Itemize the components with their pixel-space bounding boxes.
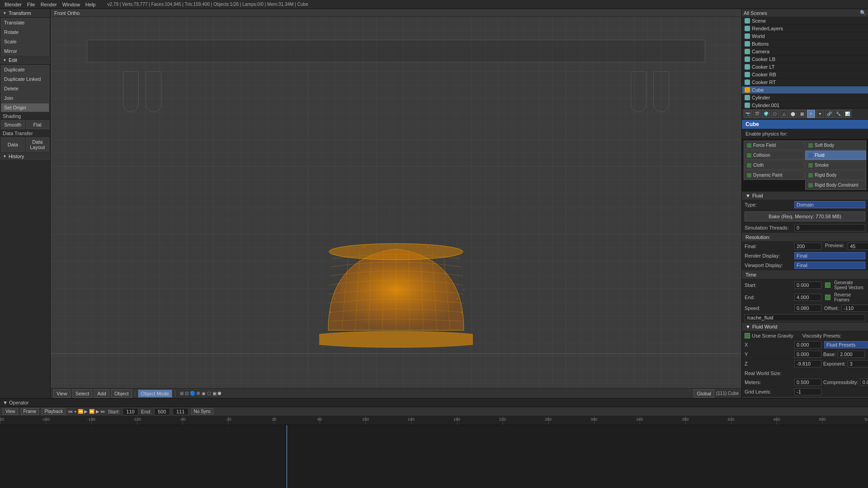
menu-window[interactable]: Window	[60, 2, 83, 7]
x-input[interactable]	[794, 341, 821, 348]
view-btn[interactable]: View	[53, 389, 71, 398]
timeline-content[interactable]	[0, 425, 868, 488]
duplicate-btn[interactable]: Duplicate	[1, 65, 49, 74]
reverse-checkbox[interactable]	[825, 295, 830, 300]
cloth-btn[interactable]: Cloth	[744, 160, 805, 170]
soft-body-btn[interactable]: Soft Body	[805, 141, 866, 150]
viewport[interactable]: Front Ortho	[51, 9, 741, 398]
scene-item-Cooker-RB[interactable]: Cooker RB	[742, 71, 868, 79]
compressibility-input[interactable]	[860, 379, 868, 386]
object-icon-btn[interactable]: ⬡	[771, 110, 779, 118]
scene-item-World[interactable]: World	[742, 33, 868, 40]
menu-file[interactable]: File	[24, 2, 38, 7]
world-icon-btn[interactable]: 🌍	[762, 110, 770, 118]
fluid-world-header[interactable]: ▼ Fluid World	[742, 323, 868, 331]
collision-btn[interactable]: Collision	[744, 150, 805, 160]
scene-item-Buttons[interactable]: Buttons	[742, 40, 868, 48]
menu-blender[interactable]: Blender	[2, 2, 24, 7]
collision-checkbox	[747, 153, 751, 158]
z-input[interactable]	[794, 360, 821, 367]
fluid-section-header[interactable]: ▼ Fluid	[742, 192, 868, 200]
y-input[interactable]	[794, 351, 821, 358]
mode-btn[interactable]: Object Mode	[138, 389, 172, 398]
cache-input[interactable]	[745, 314, 865, 321]
menu-help[interactable]: Help	[83, 2, 99, 7]
scene-item-Cooker-RT[interactable]: Cooker RT	[742, 79, 868, 86]
history-section-header[interactable]: ▼ History	[0, 152, 50, 161]
scene-item-Camera[interactable]: Camera	[742, 48, 868, 56]
scale-btn[interactable]: Scale	[1, 37, 49, 46]
viewport-canvas[interactable]	[51, 17, 741, 389]
scene-outliner: All Scenes 🔍 SceneRenderLayersWorldButto…	[742, 9, 868, 108]
material-icon-btn[interactable]: ⬤	[789, 110, 797, 118]
scene-item-Cylinder[interactable]: Cylinder	[742, 94, 868, 102]
modifier-icon-btn[interactable]: 🔧	[834, 110, 842, 118]
transform-section-header[interactable]: ▼ Transform	[0, 9, 50, 18]
render-display-input[interactable]	[794, 252, 865, 259]
join-btn[interactable]: Join	[1, 94, 49, 103]
rigid-body-constraint-btn[interactable]: Rigid Body Constraint	[805, 180, 866, 190]
flat-btn[interactable]: Flat	[26, 120, 50, 129]
viewport-display-input[interactable]	[794, 262, 865, 269]
translate-btn[interactable]: Translate	[1, 18, 49, 27]
no-sync-btn[interactable]: No Sync	[191, 408, 214, 415]
base-input[interactable]	[838, 351, 865, 358]
resolution-label: Resolution:	[745, 235, 770, 240]
smoke-btn[interactable]: Smoke	[805, 160, 866, 170]
scene-gravity-checkbox[interactable]	[745, 333, 750, 338]
start-input[interactable]	[794, 282, 821, 289]
scene-item-Cooker-LB[interactable]: Cooker LB	[742, 56, 868, 63]
rotate-btn[interactable]: Rotate	[1, 28, 49, 37]
delete-btn[interactable]: Delete	[1, 84, 49, 93]
exponent-input[interactable]	[848, 360, 868, 367]
set-origin-btn[interactable]: Set Origin	[1, 103, 49, 112]
final-input[interactable]	[794, 243, 821, 250]
outliner-title: All Scenes	[744, 10, 767, 16]
object-btn[interactable]: Object	[111, 389, 132, 398]
speed-input[interactable]	[794, 305, 821, 312]
rigid-body-btn[interactable]: Rigid Body	[805, 170, 866, 180]
scene-icon-btn[interactable]: 🎬	[753, 110, 761, 118]
view-timeline-btn[interactable]: View	[3, 408, 18, 415]
viscosity-select[interactable]	[824, 341, 868, 348]
physics-icon-btn[interactable]: ⚛	[807, 110, 815, 118]
particles-icon-btn[interactable]: ✦	[816, 110, 824, 118]
data-icon-btn[interactable]: 📊	[843, 110, 851, 118]
data-layout-btn[interactable]: Data Layout	[26, 137, 50, 152]
meters-label: Meters:	[745, 380, 794, 385]
fluid-type-input[interactable]	[794, 201, 865, 208]
cloth-checkbox	[747, 163, 751, 168]
meters-input[interactable]	[794, 379, 821, 386]
grid-levels-input[interactable]	[794, 388, 821, 395]
end-input[interactable]	[794, 294, 821, 301]
add-btn[interactable]: Add	[94, 389, 109, 398]
frame-btn[interactable]: Frame	[21, 408, 39, 415]
preview-input[interactable]	[848, 243, 868, 250]
mirror-btn[interactable]: Mirror	[1, 47, 49, 56]
scene-item-Scene[interactable]: Scene	[742, 17, 868, 25]
force-field-btn[interactable]: Force Field	[744, 141, 805, 150]
scene-item-Cylinder-001[interactable]: Cylinder.001	[742, 102, 868, 108]
fluid-btn[interactable]: Fluid	[805, 150, 866, 160]
render-icon-btn[interactable]: 📷	[744, 110, 752, 118]
dynamic-paint-btn[interactable]: Dynamic Paint	[744, 170, 805, 180]
object-label: RenderLayers	[752, 26, 783, 31]
texture-icon-btn[interactable]: ▦	[798, 110, 806, 118]
offset-input[interactable]	[841, 305, 868, 312]
select-btn[interactable]: Select	[72, 389, 93, 398]
scene-item-Cube[interactable]: Cube	[742, 86, 868, 94]
constraints-icon-btn[interactable]: 🔗	[825, 110, 833, 118]
bake-btn[interactable]: Bake (Req. Memory: 770.58 MB)	[745, 211, 865, 221]
scene-item-RenderLayers[interactable]: RenderLayers	[742, 25, 868, 33]
menu-render[interactable]: Render	[38, 2, 60, 7]
duplicate-linked-btn[interactable]: Duplicate Linked	[1, 75, 49, 84]
playback-btn[interactable]: Playback	[42, 408, 66, 415]
data-btn[interactable]: Data	[1, 137, 25, 152]
smooth-btn[interactable]: Smooth	[1, 120, 25, 129]
sim-threads-input[interactable]	[794, 224, 865, 231]
gen-speed-checkbox[interactable]	[825, 282, 830, 288]
edit-section-header[interactable]: ▼ Edit	[0, 56, 50, 65]
mesh-icon-btn[interactable]: △	[780, 110, 788, 118]
global-btn[interactable]: Global	[693, 389, 714, 398]
scene-item-Cooker-LT[interactable]: Cooker LT	[742, 63, 868, 71]
